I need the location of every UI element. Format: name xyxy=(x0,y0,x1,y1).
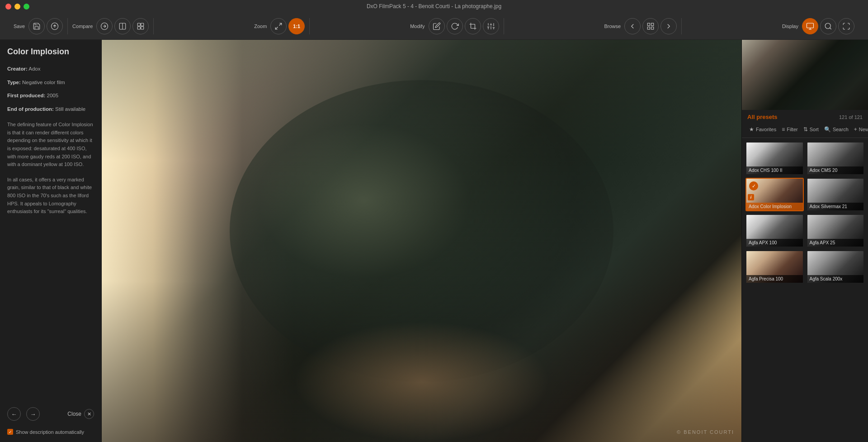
zoom-1to1-label: 1:1 xyxy=(293,24,300,29)
zoom-fit-btn[interactable] xyxy=(270,18,287,34)
center-image-panel: © BENOIT COURTI xyxy=(102,40,741,442)
preset-item-2[interactable]: Adox CMS 20 xyxy=(807,142,865,175)
close-btn[interactable]: Close ✕ xyxy=(67,409,94,419)
filter-icon: ≡ xyxy=(782,126,785,133)
favorites-label: Favorites xyxy=(756,127,776,132)
svg-rect-22 xyxy=(807,23,814,28)
save-group: Save xyxy=(9,18,68,34)
minimize-window-btn[interactable] xyxy=(14,4,20,10)
preview-large xyxy=(742,40,868,110)
window-title: DxO FilmPack 5 - 4 - Benoit Courti - La … xyxy=(367,3,501,10)
svg-rect-7 xyxy=(141,26,144,29)
browse-next-btn[interactable] xyxy=(660,18,677,34)
svg-rect-20 xyxy=(647,27,650,29)
display-label: Display xyxy=(782,24,798,29)
titlebar: DxO FilmPack 5 - 4 - Benoit Courti - La … xyxy=(0,0,868,13)
maximize-window-btn[interactable] xyxy=(24,4,29,10)
preset-label-5: Agfa APX 100 xyxy=(746,239,803,247)
display-loupe-btn[interactable] xyxy=(820,18,836,34)
modify-edit-btn[interactable] xyxy=(429,18,445,34)
close-label: Close xyxy=(67,411,81,417)
preset-detail-title: Color Implosion xyxy=(7,47,94,57)
preset-label-6: Agfa APX 25 xyxy=(807,239,864,247)
preset-item-8[interactable]: Agfa Scala 200x xyxy=(807,250,865,284)
preset-item-7[interactable]: Agfa Precisa 100 xyxy=(745,250,804,284)
presets-title: All presets xyxy=(747,114,777,120)
prev-btn[interactable]: ← xyxy=(7,407,21,421)
new-btn[interactable]: + New xyxy=(851,125,868,134)
browse-prev-btn[interactable] xyxy=(624,18,641,34)
preset-item-3[interactable]: ✓iAdox Color Implosion xyxy=(745,178,804,211)
preset-label-4: Adox Silvermax 21 xyxy=(807,203,864,210)
modify-crop-btn[interactable] xyxy=(465,18,481,34)
preset-item-4[interactable]: Adox Silvermax 21 xyxy=(807,178,865,211)
compare-label: Compare xyxy=(72,24,93,29)
svg-rect-4 xyxy=(138,23,141,26)
window-controls xyxy=(5,4,29,10)
svg-rect-18 xyxy=(647,23,650,25)
display-single-btn[interactable] xyxy=(802,18,818,34)
compare-split-btn[interactable] xyxy=(114,18,131,34)
compare-grid-btn[interactable] xyxy=(132,18,149,34)
zoom-label: Zoom xyxy=(254,24,267,29)
export-btn[interactable] xyxy=(47,18,63,34)
preset-item-6[interactable]: Agfa APX 25 xyxy=(807,214,865,247)
browse-grid-btn[interactable] xyxy=(642,18,659,34)
meta-end-production: End of production: Still available xyxy=(7,105,94,114)
preset-label-2: Adox CMS 20 xyxy=(807,166,864,174)
main-area: Color Implosion Creator: Adox Type: Nega… xyxy=(0,40,868,442)
presets-header: All presets 121 of 121 xyxy=(742,110,868,123)
search-label: Search xyxy=(833,127,849,132)
compare-group: Compare xyxy=(68,18,154,34)
close-window-btn[interactable] xyxy=(5,4,11,10)
show-desc-label: Show description automatically xyxy=(16,429,84,435)
compare-view-btn[interactable] xyxy=(96,18,113,34)
svg-rect-21 xyxy=(651,27,654,29)
display-fullscreen-btn[interactable] xyxy=(838,18,854,34)
modify-adjust-btn[interactable] xyxy=(483,18,499,34)
svg-rect-5 xyxy=(141,23,144,26)
left-panel: Color Implosion Creator: Adox Type: Nega… xyxy=(0,40,102,442)
presets-toolbar: ★ Favorites ≡ Filter ⇅ Sort 🔍 Search + N… xyxy=(742,123,868,138)
next-btn[interactable]: → xyxy=(26,407,40,421)
preset-label-8: Agfa Scala 200x xyxy=(807,275,864,283)
save-label: Save xyxy=(14,24,25,29)
modify-label: Modify xyxy=(410,24,425,29)
sort-btn[interactable]: ⇅ Sort xyxy=(801,125,821,134)
save-btn[interactable] xyxy=(28,18,45,34)
description-1: The defining feature of Color Implosion … xyxy=(7,121,94,169)
sort-icon: ⇅ xyxy=(803,126,808,133)
image-watermark: © BENOIT COURTI xyxy=(677,429,734,435)
browse-label: Browse xyxy=(604,24,621,29)
favorites-btn[interactable]: ★ Favorites xyxy=(746,125,779,134)
new-label: New xyxy=(859,127,868,132)
show-desc-row[interactable]: ✓ Show description automatically xyxy=(7,429,94,435)
search-btn[interactable]: 🔍 Search xyxy=(821,125,851,134)
preset-item-5[interactable]: Agfa APX 100 xyxy=(745,214,804,247)
meta-type: Type: Negative color film xyxy=(7,78,94,87)
meta-first-produced: First produced: 2005 xyxy=(7,91,94,100)
svg-rect-6 xyxy=(138,26,141,29)
filter-label: Filter xyxy=(787,127,797,132)
modify-group: Modify xyxy=(406,18,504,34)
filter-btn[interactable]: ≡ Filter xyxy=(779,125,800,134)
zoom-group: Zoom 1:1 xyxy=(250,18,310,34)
preset-label-7: Agfa Precisa 100 xyxy=(746,275,803,283)
close-icon: ✕ xyxy=(84,409,94,419)
svg-rect-19 xyxy=(651,23,654,25)
preset-info-btn-3[interactable]: i xyxy=(748,194,754,200)
description-2: In all cases, it offers a very marked gr… xyxy=(7,176,94,216)
svg-point-25 xyxy=(825,23,830,29)
toolbar: Save Compare Zoom 1:1 Modify xyxy=(0,13,868,40)
show-desc-checkbox[interactable]: ✓ xyxy=(7,429,13,435)
preset-label-3: Adox Color Implosion xyxy=(746,203,803,210)
modify-rotate-btn[interactable] xyxy=(447,18,463,34)
star-icon: ★ xyxy=(749,126,754,133)
preset-checkmark-3: ✓ xyxy=(749,181,758,190)
preset-item-1[interactable]: Adox CHS 100 II xyxy=(745,142,804,175)
preview-overlay xyxy=(742,40,868,110)
preset-grid: Adox CHS 100 IIAdox CMS 20✓iAdox Color I… xyxy=(742,138,868,442)
preset-label-1: Adox CHS 100 II xyxy=(746,166,803,174)
new-icon: + xyxy=(854,126,857,133)
zoom-1to1-btn[interactable]: 1:1 xyxy=(288,18,305,34)
